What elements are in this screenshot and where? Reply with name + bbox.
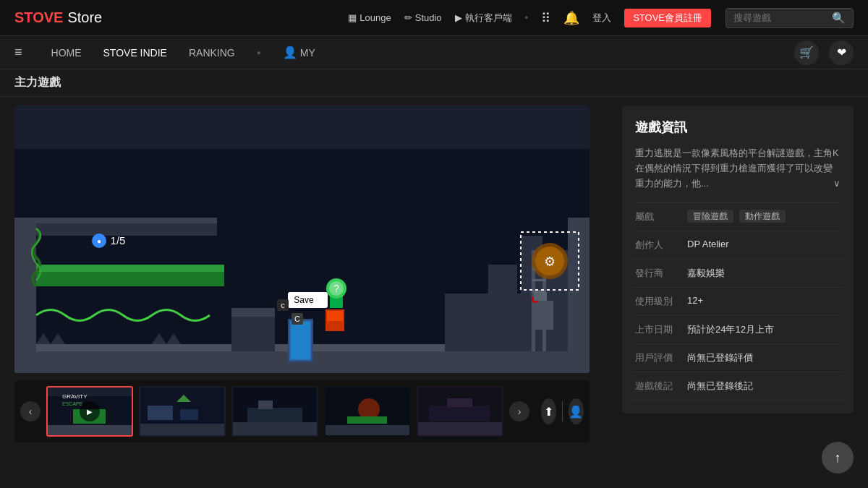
next-icon: › <box>518 406 522 417</box>
svg-text:1/5: 1/5 <box>111 234 126 247</box>
review-label: 用戶評價 <box>635 351 687 364</box>
genre-tag-1[interactable]: 冒險遊戲 <box>687 210 733 223</box>
play-icon: ▶ <box>87 408 93 416</box>
svg-rect-23 <box>72 351 130 373</box>
user-action-button[interactable]: 👤 <box>569 398 584 424</box>
svg-rect-36 <box>327 311 343 321</box>
svg-text:?: ? <box>333 283 339 294</box>
search-box: 🔍 <box>726 8 854 28</box>
svg-rect-70 <box>418 422 502 435</box>
thumbnail-5[interactable] <box>417 386 503 437</box>
postlog-label: 遊戲後記 <box>635 380 687 393</box>
svg-text:C: C <box>294 314 300 323</box>
notification-icon[interactable]: 🔔 <box>563 10 579 26</box>
thumbnail-3[interactable] <box>231 386 318 437</box>
share-icon: ⬆ <box>544 405 553 419</box>
divider: • <box>525 12 529 23</box>
hamburger-icon[interactable]: ≡ <box>14 45 22 60</box>
play-icon: ▶ <box>455 12 462 23</box>
svg-rect-52 <box>48 388 132 396</box>
studio-link[interactable]: ✏ Studio <box>404 12 442 23</box>
svg-rect-62 <box>233 422 317 435</box>
left-section: Save c C ? <box>14 106 610 484</box>
nav-stove-indie[interactable]: STOVE INDIE <box>103 44 167 61</box>
info-row-creator: 創作人 DP Atelier <box>635 231 841 260</box>
logo[interactable]: STOVE Store <box>14 9 102 26</box>
postlog-value: 尚無已登錄後記 <box>687 380 841 393</box>
svg-rect-11 <box>488 265 517 351</box>
rating-value: 12+ <box>687 295 841 308</box>
login-button[interactable]: 登入 <box>592 12 611 25</box>
apps-icon: ⠿ <box>541 10 550 26</box>
scroll-top-icon: ↑ <box>835 450 841 466</box>
thumbnail-2[interactable] <box>139 386 226 437</box>
info-row-genre: 屬戲 冒險遊戲 動作遊戲 <box>635 203 841 231</box>
svg-rect-64 <box>258 401 273 409</box>
scroll-top-button[interactable]: ↑ <box>822 442 854 474</box>
svg-rect-58 <box>140 424 224 435</box>
info-row-postlog: 遊戲後記 尚無已登錄後記 <box>635 372 841 401</box>
cart-button[interactable]: 🛒 <box>794 40 819 65</box>
share-button[interactable]: ⬆ <box>541 398 556 424</box>
breadcrumb-text: 主力遊戲 <box>14 76 61 88</box>
top-nav: STOVE Store ▦ Lounge ✏ Studio ▶ 執行客戶端 • … <box>0 0 868 36</box>
logo-stove: STOVE <box>14 9 63 26</box>
register-button[interactable]: STOVE會員註冊 <box>624 9 711 27</box>
execute-label: 執行客戶端 <box>465 12 512 25</box>
main-content: Save c C ? <box>0 97 868 488</box>
play-button[interactable]: ▶ <box>80 401 100 421</box>
game-description: 重力逃脫是一款像素風格的平台解謎遊戲，主角K在偶然的情況下得到重力槍進而獲得了可… <box>635 146 841 191</box>
genre-tag-2[interactable]: 動作遊戲 <box>739 210 786 223</box>
prev-thumbnail-button[interactable]: ‹ <box>20 401 41 421</box>
svg-text:ESCAPE: ESCAPE <box>62 401 83 406</box>
svg-rect-53 <box>48 425 132 435</box>
next-thumbnail-button[interactable]: › <box>509 401 529 421</box>
svg-text:Save: Save <box>294 295 314 305</box>
svg-rect-5 <box>568 218 590 373</box>
svg-rect-24 <box>231 315 275 351</box>
search-icon[interactable]: 🔍 <box>832 12 846 25</box>
prev-icon: ‹ <box>29 406 33 417</box>
svg-text:●: ● <box>97 237 101 245</box>
release-value: 預計於24年12月上市 <box>687 323 841 336</box>
execute-link[interactable]: ▶ 執行客戶端 <box>455 12 512 25</box>
svg-rect-68 <box>347 416 387 424</box>
thumbnail-4[interactable] <box>324 386 411 437</box>
svg-rect-41 <box>532 301 553 330</box>
studio-icon: ✏ <box>404 12 412 23</box>
svg-rect-4 <box>14 218 36 373</box>
svg-rect-43 <box>534 292 547 301</box>
rating-label: 使用級別 <box>635 295 687 308</box>
svg-rect-25 <box>231 308 275 317</box>
action-divider <box>562 401 563 421</box>
nav-ranking[interactable]: RANKING <box>189 44 235 61</box>
lounge-link[interactable]: ▦ Lounge <box>348 12 391 23</box>
expand-button[interactable]: ∨ <box>833 176 841 192</box>
svg-rect-28 <box>291 322 310 359</box>
publisher-label: 發行商 <box>635 267 687 280</box>
nav-my[interactable]: 👤 MY <box>283 43 315 62</box>
game-description-text: 重力逃脫是一款像素風格的平台解謎遊戲，主角K在偶然的情況下得到重力槍進而獲得了可… <box>635 147 839 189</box>
svg-text:c: c <box>281 301 285 309</box>
svg-text:⚙: ⚙ <box>544 254 556 269</box>
lounge-label: Lounge <box>359 12 391 23</box>
right-section: 遊戲資訊 重力逃脫是一款像素風格的平台解謎遊戲，主角K在偶然的情況下得到重力槍進… <box>622 106 854 414</box>
review-value: 尚無已登錄評價 <box>687 351 841 364</box>
search-input[interactable] <box>733 12 827 23</box>
info-table: 屬戲 冒險遊戲 動作遊戲 創作人 DP Atelier 發行商 嘉毅娛樂 使用級… <box>635 202 841 401</box>
info-row-review: 用戶評價 尚無已登錄評價 <box>635 344 841 372</box>
studio-label: Studio <box>415 12 442 23</box>
thumbnail-1[interactable]: GRAVITY ESCAPE ▶ <box>46 386 133 437</box>
svg-rect-71 <box>429 406 490 421</box>
svg-rect-72 <box>447 398 472 407</box>
svg-rect-3 <box>22 265 224 272</box>
wishlist-button[interactable]: ❤ <box>829 40 854 65</box>
genre-label: 屬戲 <box>635 210 687 223</box>
nav-home[interactable]: HOME <box>51 44 82 61</box>
creator-value: DP Atelier <box>687 239 841 252</box>
logo-store: Store <box>67 9 102 26</box>
breadcrumb: 主力遊戲 <box>0 69 868 97</box>
svg-rect-60 <box>180 409 198 420</box>
svg-rect-63 <box>247 408 302 422</box>
info-row-release: 上市日期 預計於24年12月上市 <box>635 316 841 344</box>
